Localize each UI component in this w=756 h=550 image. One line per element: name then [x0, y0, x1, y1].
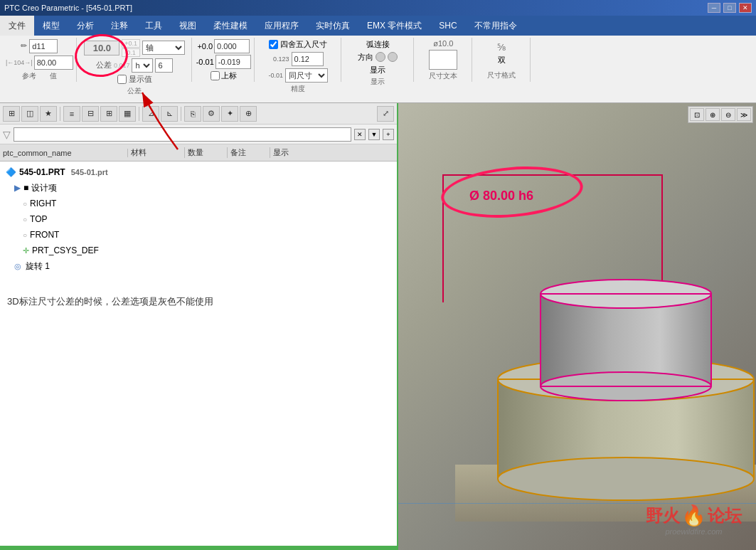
four-five-label: 四舍五入尺寸	[280, 39, 327, 50]
value-input[interactable]	[34, 55, 73, 70]
plane-icon-right: ○	[23, 200, 27, 208]
dimension-name-input[interactable]	[29, 39, 58, 53]
filter-bar: ▽ ✕ ▼ +	[0, 125, 397, 144]
menu-model[interactable]: 模型	[34, 16, 68, 36]
filter-expand-btn[interactable]: ▼	[368, 129, 380, 140]
dim-neg-input[interactable]	[215, 55, 251, 69]
menu-file[interactable]: 文件	[0, 16, 34, 36]
tree-panel[interactable]: 🔷 545-01.PRT 545-01.prt ▶ ■ 设计项 ○ RIGHT …	[0, 162, 397, 546]
menu-simulation[interactable]: 实时仿真	[307, 16, 358, 36]
close-button[interactable]: ✕	[739, 3, 752, 13]
col-material-header: 材料	[128, 147, 185, 158]
view-btn-zoom-in[interactable]: ⊕	[706, 108, 720, 121]
plane-icon-front: ○	[23, 231, 27, 239]
tol-upper-ref: +0.1	[122, 39, 140, 48]
toolbar-btn-link[interactable]: ⊕	[240, 106, 257, 122]
dim-neg-label: -0.01	[196, 58, 214, 66]
menu-analysis[interactable]: 分析	[68, 16, 102, 36]
toolbar-btn-filter[interactable]: ⊿	[142, 106, 159, 122]
filter-clear-btn[interactable]: ✕	[354, 129, 366, 140]
toolbar-btn-3[interactable]: ★	[40, 106, 57, 122]
dim-line-top	[442, 174, 663, 176]
sep-3	[181, 107, 181, 121]
watermark-chinese: 野火	[646, 504, 680, 527]
col-display-header: 显示	[270, 147, 313, 158]
watermark-url: proewildfire.com	[665, 527, 722, 536]
ref-value-label: 参考 值	[6, 70, 73, 81]
dimformat-group-label: 尺寸格式	[477, 69, 527, 80]
tree-item-revolve[interactable]: ◎ 旋转 1	[0, 258, 397, 274]
tolerance-main-value: 10.0	[84, 41, 119, 55]
tree-item-root[interactable]: 🔷 545-01.PRT 545-01.prt	[0, 164, 397, 180]
value-prefix: |←104→|	[6, 59, 33, 66]
col-qty-header: 数量	[185, 147, 228, 158]
show-value-checkbox[interactable]	[117, 75, 127, 84]
view-btn-zoom-fit[interactable]: ⊡	[690, 108, 704, 121]
filter-add-btn[interactable]: +	[383, 129, 394, 140]
tree-item-prt-csys[interactable]: ✛ PRT_CSYS_DEF	[0, 243, 397, 258]
left-toolbar: ⊞ ◫ ★ ≡ ⊟ ⊞ ▦ ⊿ ⊾ ⎘ ⚙ ✦ ⊕ ⤢	[0, 103, 397, 125]
toolbar-btn-expand[interactable]: ⤢	[377, 106, 394, 122]
maximize-button[interactable]: □	[723, 3, 736, 13]
direction-circle1[interactable]	[376, 52, 385, 62]
watermark: 野火 🔥 论坛 proewildfire.com	[646, 504, 742, 536]
menu-tools[interactable]: 工具	[137, 16, 171, 36]
titlebar-title: PTC Creo Parametric - [545-01.PRT]	[4, 4, 132, 12]
csys-icon: ✛	[23, 246, 29, 255]
h6-input[interactable]	[155, 58, 173, 73]
toolbar-btn-1[interactable]: ⊞	[3, 106, 20, 122]
menu-emx[interactable]: EMX 零件模式	[358, 16, 430, 36]
menu-view[interactable]: 视图	[171, 16, 205, 36]
axis-select[interactable]: 轴	[142, 41, 185, 55]
filter-icon: ▽	[3, 129, 11, 140]
minimize-button[interactable]: ─	[708, 3, 720, 13]
flame-icon: 🔥	[681, 504, 706, 527]
tree-item-right[interactable]: ○ RIGHT	[0, 196, 397, 211]
precision-input[interactable]	[292, 52, 324, 66]
dim-text-box[interactable]	[429, 50, 457, 70]
four-five-checkbox[interactable]	[269, 40, 278, 49]
menu-unusual[interactable]: 不常用指令	[466, 16, 526, 36]
tree-item-top[interactable]: ○ TOP	[0, 211, 397, 227]
toolbar-btn-2[interactable]: ◫	[21, 106, 38, 122]
same-dim-select[interactable]: 同尺寸	[285, 68, 328, 83]
h-select[interactable]: h	[132, 58, 153, 73]
tree-item-front[interactable]: ○ FRONT	[0, 227, 397, 243]
right-panel[interactable]: ⊡ ⊕ ⊖ ≫ Ø 80.00 h6	[398, 103, 756, 550]
toolbar-btn-list2[interactable]: ⊟	[82, 106, 99, 122]
left-panel: ⊞ ◫ ★ ≡ ⊟ ⊞ ▦ ⊿ ⊾ ⎘ ⚙ ✦ ⊕ ⤢ ▽ ✕ ▼ +	[0, 103, 398, 550]
direction-circle2[interactable]	[388, 52, 398, 62]
toolbar-btn-settings[interactable]: ⚙	[203, 106, 220, 122]
view-btn-more[interactable]: ≫	[737, 108, 751, 121]
tolerance-sublabel: 公差	[96, 60, 112, 70]
toolbar-btn-copy[interactable]: ⎘	[184, 106, 201, 122]
menu-annotation[interactable]: 注释	[102, 16, 137, 36]
design-icon: ▶	[14, 183, 21, 193]
double-label: 双	[498, 55, 506, 65]
arc-connect-label: 弧连接	[366, 39, 390, 50]
menu-apps[interactable]: 应用程序	[256, 16, 307, 36]
dimension-annotation: Ø 80.00 h6	[469, 189, 533, 203]
menu-flexible[interactable]: 柔性建模	[205, 16, 256, 36]
tree-root-value: 545-01.prt	[71, 168, 108, 176]
tol-lower-ref: -0.1	[122, 48, 140, 57]
tree-item-design[interactable]: ▶ ■ 设计项	[0, 180, 397, 196]
view-btn-zoom-out[interactable]: ⊖	[721, 108, 735, 121]
ribbon-group-ref-value: ✏ |←104→| 参考 值	[3, 38, 77, 82]
toolbar-btn-grid[interactable]: ⊞	[100, 106, 117, 122]
toolbar-btn-layers[interactable]: ▦	[119, 106, 136, 122]
upper-mark-checkbox[interactable]	[211, 71, 220, 80]
ribbon-group-precision: 四舍五入尺寸 0.123 -0.01 同尺寸 精度	[256, 38, 341, 82]
dim-val-input[interactable]	[214, 39, 250, 53]
titlebar: PTC Creo Parametric - [545-01.PRT] ─ □ ✕	[0, 0, 756, 16]
toolbar-btn-tree1[interactable]: ⊾	[161, 106, 178, 122]
toolbar-btn-more[interactable]: ✦	[221, 106, 238, 122]
tolerance-group-label: 公差	[81, 85, 188, 96]
titlebar-controls: ─ □ ✕	[708, 3, 752, 13]
toolbar-btn-list1[interactable]: ≡	[63, 106, 80, 122]
menu-shc[interactable]: SHC	[430, 16, 465, 36]
ribbon-group-dimformat: ⁵⁄₈ 双 尺寸格式	[474, 38, 531, 82]
svg-point-5	[498, 458, 754, 500]
plane-icon-top: ○	[23, 216, 27, 223]
filter-input[interactable]	[14, 127, 351, 142]
